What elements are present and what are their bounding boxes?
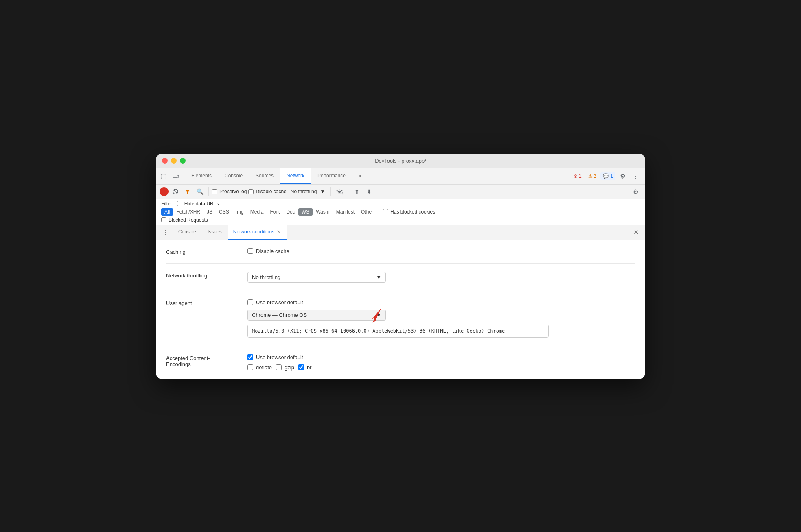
cursor-icon[interactable]: ⬚	[158, 170, 169, 182]
filter-type-other[interactable]: Other	[358, 208, 376, 216]
use-browser-default-ua-checkbox[interactable]	[247, 299, 253, 305]
disable-cache-checkbox[interactable]	[248, 189, 254, 194]
blocked-requests-label[interactable]: Blocked Requests	[161, 217, 208, 223]
settings-icon[interactable]: ⚙	[617, 170, 628, 182]
upload-icon[interactable]: ⬆	[352, 186, 362, 197]
hide-data-urls-label[interactable]: Hide data URLs	[177, 201, 219, 207]
filter-type-wasm[interactable]: Wasm	[313, 208, 333, 216]
filter-type-css[interactable]: CSS	[216, 208, 232, 216]
user-agent-label: User agent	[166, 299, 231, 306]
deflate-label[interactable]: deflate	[247, 364, 272, 371]
toolbar-separator-2	[330, 187, 331, 196]
filter-type-all[interactable]: All	[161, 208, 173, 216]
info-badge-button[interactable]: 💬 1	[600, 172, 615, 180]
filter-icon[interactable]	[182, 186, 193, 197]
bottom-tab-network-conditions[interactable]: Network conditions ✕	[228, 225, 287, 240]
filter-type-media[interactable]: Media	[247, 208, 267, 216]
bottom-tab-issues[interactable]: Issues	[202, 225, 228, 240]
tab-network[interactable]: Network	[280, 168, 311, 184]
filter-row1: Filter Hide data URLs	[161, 201, 640, 207]
has-blocked-cookies-label[interactable]: Has blocked cookies	[383, 209, 435, 215]
filter-type-doc[interactable]: Doc	[283, 208, 298, 216]
has-blocked-cookies-checkbox[interactable]	[383, 209, 388, 214]
svg-line-3	[174, 190, 177, 193]
warn-count: 2	[594, 173, 597, 179]
throttling-section: Network throttling No throttling ▼	[166, 264, 635, 291]
throttle-arrow-icon: ▼	[320, 189, 325, 194]
close-bottom-panel-button[interactable]: ✕	[630, 227, 641, 238]
network-settings-icon[interactable]: ⚙	[630, 186, 641, 197]
toolbar-separator-1	[208, 187, 209, 196]
tabs-list: Elements Console Sources Network Perform…	[185, 168, 568, 184]
tab-elements[interactable]: Elements	[185, 168, 218, 184]
user-agent-section: User agent Use browser default Chrome — …	[166, 291, 635, 346]
br-checkbox[interactable]	[298, 364, 304, 370]
minimize-button[interactable]	[171, 158, 177, 164]
gzip-label[interactable]: gzip	[276, 364, 294, 371]
filter-type-font[interactable]: Font	[267, 208, 283, 216]
filter-row3: Blocked Requests	[161, 217, 640, 223]
error-badge-button[interactable]: ⊗ 1	[571, 172, 584, 180]
svg-marker-4	[185, 190, 190, 194]
filter-type-manifest[interactable]: Manifest	[333, 208, 358, 216]
encodings-label: Accepted Content- Encodings	[166, 354, 231, 367]
close-button[interactable]	[162, 158, 168, 164]
br-label[interactable]: br	[298, 364, 312, 371]
close-tab-icon[interactable]: ✕	[277, 229, 281, 235]
disable-cache-section-label[interactable]: Disable cache	[247, 248, 635, 254]
panel-content: Caching Disable cache Network throttling…	[156, 240, 645, 379]
tabs-left-icons: ⬚	[158, 168, 185, 184]
maximize-button[interactable]	[180, 158, 186, 164]
preserve-log-label[interactable]: Preserve log	[212, 189, 247, 194]
tab-performance[interactable]: Performance	[311, 168, 352, 184]
tab-sources[interactable]: Sources	[249, 168, 280, 184]
tab-console[interactable]: Console	[218, 168, 249, 184]
bottom-panel-dots-icon[interactable]: ⋮	[160, 227, 171, 238]
throttling-arrow-icon: ▼	[376, 274, 381, 280]
filter-type-fetch-xhr[interactable]: Fetch/XHR	[173, 208, 204, 216]
use-browser-default-ua-label[interactable]: Use browser default	[247, 299, 635, 305]
more-options-icon[interactable]: ⋮	[630, 170, 641, 182]
user-agent-dropdown[interactable]: Chrome — Chrome OS ▼	[247, 310, 386, 321]
use-browser-default-enc-checkbox[interactable]	[247, 354, 253, 360]
user-agent-row: Chrome — Chrome OS ▼	[247, 310, 635, 321]
deflate-checkbox[interactable]	[247, 364, 253, 370]
wifi-settings-icon[interactable]: ⚙	[334, 186, 345, 197]
download-icon[interactable]: ⬇	[364, 186, 374, 197]
filter-label: Filter	[161, 201, 172, 207]
encodings-section: Accepted Content- Encodings Use browser …	[166, 346, 635, 379]
responsive-icon[interactable]	[170, 170, 182, 182]
devtools-window: DevTools - proxx.app/ ⬚ Elements Console	[156, 154, 645, 379]
filter-type-js[interactable]: JS	[204, 208, 216, 216]
throttling-controls: No throttling ▼	[247, 272, 635, 283]
throttling-label: Network throttling	[166, 272, 231, 279]
gzip-checkbox[interactable]	[276, 364, 282, 370]
clear-icon[interactable]	[170, 186, 181, 197]
ua-string-display: Mozilla/5.0 (X11; CrOS x86_64 10066.0.0)…	[247, 325, 549, 338]
tabs-right-area: ⊗ 1 ⚠ 2 💬 1 ⚙ ⋮	[568, 168, 645, 184]
tab-more[interactable]: »	[352, 168, 368, 184]
filter-types-row: All Fetch/XHR JS CSS Img Media Font Doc …	[161, 208, 640, 216]
devtools-body: ⬚ Elements Console Sources	[156, 168, 645, 379]
toolbar-separator-3	[348, 187, 348, 196]
use-browser-default-enc-label[interactable]: Use browser default	[247, 354, 635, 360]
blocked-requests-checkbox[interactable]	[161, 217, 166, 222]
caching-label: Caching	[166, 248, 231, 255]
disable-cache-section-checkbox[interactable]	[247, 248, 253, 254]
record-button[interactable]	[160, 187, 169, 196]
search-icon[interactable]: 🔍	[195, 186, 205, 197]
svg-point-5	[339, 194, 340, 194]
disable-cache-label[interactable]: Disable cache	[248, 189, 286, 194]
throttling-dropdown[interactable]: No throttling ▼	[247, 272, 386, 283]
user-agent-controls: Use browser default Chrome — Chrome OS ▼	[247, 299, 635, 338]
hide-data-urls-checkbox[interactable]	[177, 201, 182, 206]
filter-type-ws[interactable]: WS	[298, 208, 313, 216]
svg-rect-0	[173, 174, 177, 177]
info-count: 1	[610, 173, 613, 179]
filter-type-img[interactable]: Img	[232, 208, 247, 216]
info-icon: 💬	[603, 173, 609, 179]
preserve-log-checkbox[interactable]	[212, 189, 217, 194]
bottom-tab-console[interactable]: Console	[173, 225, 202, 240]
throttle-select[interactable]: No throttling ▼	[288, 188, 328, 195]
warn-badge-button[interactable]: ⚠ 2	[586, 172, 599, 180]
